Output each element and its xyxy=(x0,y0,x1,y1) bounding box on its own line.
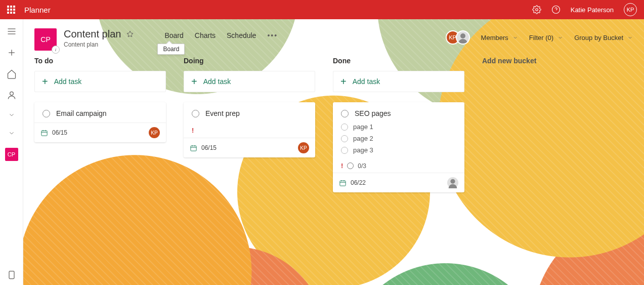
member-avatars[interactable]: KP xyxy=(446,30,470,45)
plus-icon: + xyxy=(340,76,347,88)
subtask-toggle[interactable] xyxy=(341,124,348,131)
svg-rect-9 xyxy=(9,271,14,279)
subtask-label: page 2 xyxy=(353,135,373,142)
left-nav-rail: CP xyxy=(0,19,23,285)
user-avatar[interactable]: KP xyxy=(624,3,637,16)
tab-board[interactable]: Board Board xyxy=(164,31,183,39)
svg-point-23 xyxy=(450,179,455,184)
tooltip: Board xyxy=(157,44,185,55)
svg-rect-19 xyxy=(340,181,346,186)
plan-subtitle: Content plan xyxy=(64,41,134,48)
add-task-label: Add task xyxy=(54,77,81,86)
checklist-icon xyxy=(347,162,354,169)
plus-icon: + xyxy=(42,76,48,88)
subtask-label: page 3 xyxy=(353,146,373,154)
plan-shortcut-tile[interactable]: CP xyxy=(5,148,18,161)
groupby-label: Group by Bucket xyxy=(574,34,623,42)
complete-toggle[interactable] xyxy=(341,110,349,117)
plus-icon: + xyxy=(191,76,197,88)
subtask-row[interactable]: page 1 xyxy=(341,123,456,131)
members-dropdown[interactable]: Members xyxy=(481,34,518,42)
filter-dropdown[interactable]: Filter (0) xyxy=(529,34,563,42)
members-label: Members xyxy=(481,34,508,42)
bucket-title[interactable]: To do xyxy=(34,57,184,65)
svg-point-1 xyxy=(552,6,560,14)
add-bucket-column[interactable]: Add new bucket xyxy=(482,57,631,199)
add-icon[interactable] xyxy=(7,48,17,58)
add-task-button[interactable]: + Add task xyxy=(333,71,464,92)
priority-icon: ! xyxy=(192,127,194,134)
add-task-label: Add task xyxy=(353,77,380,86)
app-launcher-icon[interactable] xyxy=(7,6,15,14)
global-header: Planner Katie Paterson KP xyxy=(0,0,644,19)
bucket-todo: To do + Add task Email campaign 06/15 xyxy=(34,57,184,199)
chevron-down-icon[interactable] xyxy=(8,111,15,118)
task-date: 06/15 xyxy=(201,144,217,151)
task-date: 06/22 xyxy=(351,179,366,186)
subtask-label: page 1 xyxy=(353,123,373,131)
task-date: 06/15 xyxy=(52,129,67,136)
checklist-progress: 0/3 xyxy=(358,162,366,170)
complete-toggle[interactable] xyxy=(42,110,50,117)
chevron-down-icon xyxy=(627,35,633,40)
device-icon[interactable] xyxy=(7,270,17,280)
more-icon[interactable]: ••• xyxy=(267,31,278,39)
add-task-label: Add task xyxy=(203,77,231,86)
complete-toggle[interactable] xyxy=(192,110,199,117)
svg-point-8 xyxy=(10,92,13,95)
priority-icon: ! xyxy=(341,162,343,170)
assignee-avatar[interactable]: KP xyxy=(298,142,309,153)
help-icon[interactable] xyxy=(551,5,561,14)
assignee-avatar[interactable]: KP xyxy=(149,127,160,138)
calendar-icon xyxy=(190,144,197,152)
task-title: Email campaign xyxy=(56,109,107,117)
task-card[interactable]: Email campaign 06/15 KP xyxy=(34,102,166,142)
svg-point-10 xyxy=(460,33,465,38)
assignee-avatar[interactable] xyxy=(447,177,458,188)
home-icon[interactable] xyxy=(7,69,17,79)
add-task-button[interactable]: + Add task xyxy=(34,71,166,92)
person-icon[interactable] xyxy=(7,90,17,100)
plan-tile-initials: CP xyxy=(40,35,50,44)
bucket-title[interactable]: Done xyxy=(333,57,482,65)
info-icon[interactable]: i xyxy=(52,46,60,54)
subtask-row[interactable]: page 3 xyxy=(341,146,456,154)
bucket-done: Done + Add task SEO pages page 1 page 2 xyxy=(333,57,482,199)
menu-icon[interactable] xyxy=(7,26,17,36)
plan-tile[interactable]: CP i xyxy=(34,28,57,51)
subtask-toggle[interactable] xyxy=(341,147,348,154)
calendar-icon xyxy=(339,179,347,187)
filter-label: Filter (0) xyxy=(529,34,553,42)
plan-title[interactable]: Content plan xyxy=(64,28,121,40)
add-bucket-label[interactable]: Add new bucket xyxy=(482,57,631,65)
chevron-down-icon xyxy=(557,35,563,40)
bucket-doing: Doing + Add task Event prep ! xyxy=(184,57,333,199)
tab-charts[interactable]: Charts xyxy=(195,31,216,39)
add-task-button[interactable]: + Add task xyxy=(184,71,315,92)
settings-icon[interactable] xyxy=(532,5,541,14)
user-name[interactable]: Katie Paterson xyxy=(571,6,614,14)
svg-rect-15 xyxy=(191,146,196,151)
chevron-down-icon[interactable] xyxy=(8,130,15,137)
app-name[interactable]: Planner xyxy=(24,6,532,14)
subtask-row[interactable]: page 2 xyxy=(341,134,456,142)
task-title: SEO pages xyxy=(355,109,391,117)
svg-rect-11 xyxy=(41,131,47,136)
avatar-user2[interactable] xyxy=(456,30,470,45)
pin-icon[interactable] xyxy=(126,30,134,38)
groupby-dropdown[interactable]: Group by Bucket xyxy=(574,34,633,42)
bucket-title[interactable]: Doing xyxy=(184,57,333,65)
chevron-down-icon xyxy=(512,35,518,40)
task-card[interactable]: Event prep ! 06/15 KP xyxy=(184,102,315,157)
svg-point-0 xyxy=(535,9,538,11)
main-area: CP i Content plan Content plan Board Boa… xyxy=(23,19,644,285)
tab-schedule[interactable]: Schedule xyxy=(227,31,256,39)
task-card[interactable]: SEO pages page 1 page 2 page 3 ! 0/3 xyxy=(333,102,464,192)
subtask-toggle[interactable] xyxy=(341,135,348,142)
calendar-icon xyxy=(40,129,48,137)
task-title: Event prep xyxy=(205,109,240,117)
